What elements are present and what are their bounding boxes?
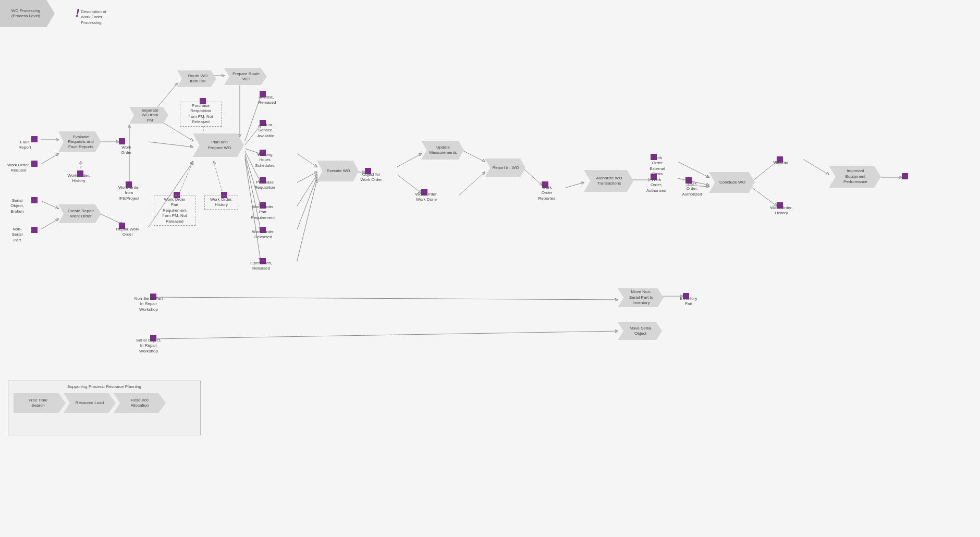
svg-line-34 xyxy=(566,182,584,188)
update-meas-shape[interactable]: UpdateMeasurements xyxy=(421,141,464,160)
route-wo-shape[interactable]: Route WOfrom PM xyxy=(177,70,216,87)
execute-wo-shape[interactable]: Execute WO xyxy=(317,161,359,181)
wo-hist3-label: Work Order,History xyxy=(765,205,798,216)
wo-reported-label: WorkOrderReported xyxy=(531,185,563,201)
report-in-shape[interactable]: Report In, WO xyxy=(485,158,525,177)
wo-work-done-label: Work Order,Work Done xyxy=(408,192,445,203)
working-hours-label: WorkingHoursSchedules xyxy=(246,152,284,168)
resource-alloc-shape[interactable]: ResourceAllocation xyxy=(114,393,166,413)
svg-line-29 xyxy=(397,154,421,167)
resource-load-shape[interactable]: Resource Load xyxy=(64,393,116,413)
svg-line-4 xyxy=(149,142,193,147)
svg-line-41 xyxy=(803,159,829,175)
svg-line-43 xyxy=(156,297,618,300)
plan-prepare-shape[interactable]: Plan andPrepare WO xyxy=(193,133,244,157)
object-wo-label: Object forWork Order xyxy=(353,172,389,183)
move-serial-shape[interactable]: Move SerialObject xyxy=(618,322,662,340)
repair-wo-label: Repair WorkOrder xyxy=(109,227,146,238)
fault-report-label: FaultReport xyxy=(10,140,39,151)
work-order-label: WorkOrder xyxy=(112,145,141,156)
non-serial-label: Non-SerialPart xyxy=(2,227,32,243)
wo-from-ifs-label: Work OrderfromIFS/Project xyxy=(112,185,146,201)
svg-line-26 xyxy=(297,177,317,229)
svg-line-32 xyxy=(459,172,485,196)
serial-broken-label: SerialObject,Broken xyxy=(2,198,32,214)
svg-line-24 xyxy=(297,172,317,182)
support-title: Supporting Process: Resource Planning xyxy=(14,384,195,389)
improved-shape[interactable]: ImprovedEquipmentPerformance xyxy=(829,166,881,188)
serial-repair-label: Serial Object,In RepairWorkshop xyxy=(125,338,172,354)
separate-wo-shape[interactable]: SeparateWO fromPM xyxy=(129,107,168,124)
voucher-label: Voucher xyxy=(767,160,794,165)
wo-part-req2-label: Work OrderPartRequirement xyxy=(242,204,283,221)
svg-line-1 xyxy=(41,154,58,164)
support-process-box: Supporting Process: Resource Planning Fr… xyxy=(8,381,201,435)
svg-line-45 xyxy=(156,331,618,339)
part-service-label: Part orService,Available xyxy=(248,123,284,139)
wo-history-label1: Work Order,History xyxy=(63,173,95,184)
permit-released-label: Permit,Released xyxy=(250,95,284,106)
wo-authorized2-label: WorkOrder,Authorized xyxy=(675,181,709,197)
description-label: Description ofWork OrderProcessing xyxy=(81,9,128,26)
svg-line-25 xyxy=(297,175,317,206)
svg-line-30 xyxy=(397,175,421,193)
svg-line-37 xyxy=(678,162,709,177)
move-non-serial-shape[interactable]: Move Non-Serial Part toInventory xyxy=(618,288,664,307)
wo-part-req-pm-label: Work OrderPartRequirementfrom PM, NotRel… xyxy=(154,196,195,226)
authorize-wo-shape[interactable]: Authorize WOTransactions xyxy=(584,170,633,192)
main-canvas: WO Processing (Process Level) ! Descript… xyxy=(0,0,980,537)
svg-line-6 xyxy=(41,219,58,229)
evaluate-requests-shape[interactable]: EvaluateRequests andFault Reports xyxy=(58,131,101,152)
exclamation-icon: ! xyxy=(76,6,79,20)
work-order-sq xyxy=(119,138,125,144)
non-serial-repair-label: Non-Serial PartIn RepairWorkshop xyxy=(125,296,172,312)
svg-line-40 xyxy=(751,187,777,206)
free-time-shape[interactable]: Free TimeSearch xyxy=(14,393,66,413)
wo-released-label: Work Order,Released xyxy=(245,229,281,240)
wo-hist2-label: Work Order,History xyxy=(204,196,238,210)
conclude-wo-shape[interactable]: Conclude WO xyxy=(709,172,755,193)
ops-released-label: Operations,Released xyxy=(242,261,280,272)
svg-line-27 xyxy=(297,180,317,261)
prepare-route-shape[interactable]: Prepare RouteWO xyxy=(224,68,267,85)
wo-ext-costs-label: WorkOrderExternalCosts xyxy=(639,155,676,177)
end-sq xyxy=(902,173,908,179)
inventory-part-label: InventoryPart xyxy=(672,296,705,307)
process-level-shape: WO Processing (Process Level) xyxy=(0,0,55,27)
create-repair-shape[interactable]: Create RepairWork Order xyxy=(58,204,101,223)
flow-arrows xyxy=(0,0,980,537)
svg-line-23 xyxy=(297,154,317,167)
wo-request-label: Work Order,Request xyxy=(4,163,33,174)
purchase-req-pm-label: PurchaseRequisitionfrom PM, NotReleased xyxy=(180,102,222,127)
svg-line-5 xyxy=(41,201,58,209)
wo-authorized-label: WorkOrder,Authorized xyxy=(640,177,672,193)
purchase-req-label: PurchaseRequisition xyxy=(246,180,284,191)
